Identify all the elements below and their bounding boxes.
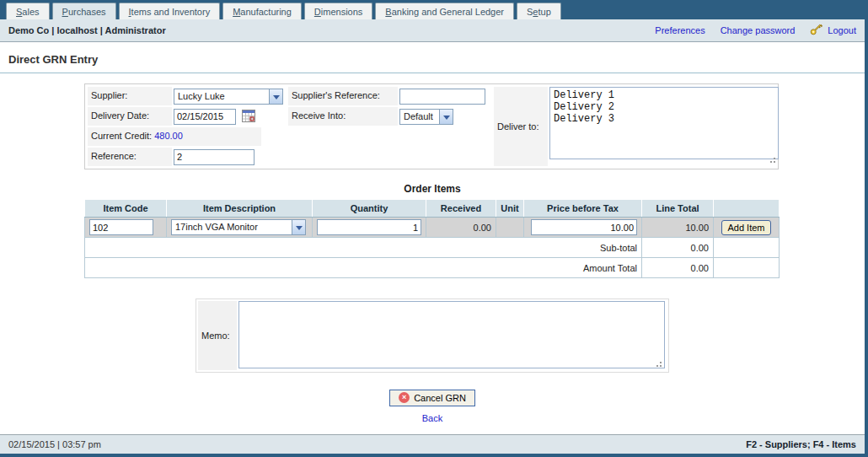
receive-into-label: Receive Into: <box>288 107 398 126</box>
table-header-row: Item Code Item Description Quantity Rece… <box>85 200 780 218</box>
reference-input[interactable] <box>174 149 255 165</box>
subtotal-value: 0.00 <box>642 238 714 258</box>
delivery-date-input[interactable] <box>174 109 236 125</box>
tab-items-and-inventory[interactable]: Items and Inventory <box>119 3 221 19</box>
amount-total-value: 0.00 <box>642 258 714 278</box>
unit-value <box>496 218 524 238</box>
preferences-link[interactable]: Preferences <box>655 25 705 35</box>
item-description-select[interactable]: 17inch VGA Monitor <box>171 219 306 235</box>
status-bar: 02/15/2015 | 03:57 pm F2 - Suppliers; F4… <box>0 434 865 454</box>
quantity-input[interactable] <box>317 219 421 235</box>
title-divider <box>0 73 865 73</box>
line-total-value: 10.00 <box>642 218 714 238</box>
supplier-column: Supplier: Lucky Luke Delivery Date: <box>88 87 283 166</box>
order-items-table: Item Code Item Description Quantity Rece… <box>84 199 780 278</box>
col-unit: Unit <box>496 200 524 218</box>
col-actions <box>714 200 780 218</box>
amount-total-label: Amount Total <box>85 258 642 278</box>
status-hotkeys: F2 - Suppliers; F4 - Items <box>746 439 856 449</box>
subtotal-row: Sub-total 0.00 <box>85 238 780 258</box>
supplier-label: Supplier: <box>88 87 172 105</box>
cancel-icon: × <box>399 392 410 403</box>
supplier-select[interactable]: Lucky Luke <box>174 89 283 105</box>
item-code-input[interactable] <box>89 219 153 235</box>
current-credit-label: Current Credit: <box>91 131 152 141</box>
page-title: Direct GRN Entry <box>8 53 865 66</box>
memo-textarea[interactable] <box>238 301 665 368</box>
chevron-down-icon <box>292 220 305 234</box>
amount-total-row: Amount Total 0.00 <box>85 258 780 278</box>
back-link[interactable]: Back <box>422 413 442 423</box>
suppliers-reference-label: Supplier's Reference: <box>288 87 398 105</box>
cancel-grn-label: Cancel GRN <box>414 393 466 403</box>
subtotal-empty-cell <box>714 238 780 258</box>
subtotal-label: Sub-total <box>85 238 642 258</box>
tab-purchases[interactable]: Purchases <box>52 3 116 19</box>
app-window: SalesPurchasesItems and InventoryManufac… <box>0 0 865 454</box>
col-received: Received <box>426 200 496 218</box>
tab-dimensions[interactable]: Dimensions <box>304 3 372 19</box>
chevron-down-icon <box>439 110 453 124</box>
main-menu-tabs: SalesPurchasesItems and InventoryManufac… <box>0 0 865 19</box>
col-quantity: Quantity <box>313 200 426 218</box>
received-value: 0.00 <box>426 218 496 238</box>
grn-header-form: Supplier: Lucky Luke Delivery Date: <box>84 83 779 169</box>
deliver-to-label: Deliver to: <box>494 87 548 166</box>
calendar-icon[interactable] <box>242 110 255 124</box>
col-item-code: Item Code <box>85 200 167 218</box>
chevron-down-icon <box>269 89 282 104</box>
logout-link[interactable]: Logout <box>828 25 856 35</box>
item-entry-row: 17inch VGA Monitor 0.00 10.00 Add Item <box>85 218 780 238</box>
tab-manufacturing[interactable]: Manufacturing <box>222 3 302 19</box>
col-price-before-tax: Price before Tax <box>524 200 642 218</box>
change-password-link[interactable]: Change password <box>721 25 796 35</box>
key-icon <box>810 24 823 37</box>
col-item-description: Item Description <box>167 200 313 218</box>
tab-sales[interactable]: Sales <box>6 3 50 19</box>
memo-section: Memo: <box>196 298 669 373</box>
col-line-total: Line Total <box>642 200 714 218</box>
current-credit-row: Current Credit: 480.00 <box>88 127 261 146</box>
amount-total-empty-cell <box>714 258 780 278</box>
top-info-bar: Demo Co | localhost | Administrator Pref… <box>0 19 865 42</box>
cancel-grn-button[interactable]: × Cancel GRN <box>389 390 475 406</box>
price-before-tax-input[interactable] <box>531 219 637 235</box>
add-item-button[interactable]: Add Item <box>721 220 770 235</box>
suppliers-reference-input[interactable] <box>399 89 485 105</box>
order-items-title: Order Items <box>0 183 865 195</box>
reference-column: Supplier's Reference: Receive Into: Defa… <box>288 87 485 166</box>
deliver-to-textarea[interactable]: Delivery 1 Delivery 2 Delivery 3 <box>549 87 779 159</box>
status-datetime: 02/15/2015 | 03:57 pm <box>8 439 101 449</box>
company-info: Demo Co | localhost | Administrator <box>8 25 166 35</box>
current-credit-value: 480.00 <box>154 131 183 141</box>
tab-banking-and-general-ledger[interactable]: Banking and General Ledger <box>375 3 514 19</box>
receive-into-select[interactable]: Default <box>399 109 453 125</box>
delivery-date-label: Delivery Date: <box>88 107 172 126</box>
form-actions: × Cancel GRN Back <box>0 390 865 423</box>
memo-label: Memo: <box>198 301 237 370</box>
tab-setup[interactable]: Setup <box>517 3 561 19</box>
deliver-to-section: Deliver to: Delivery 1 Delivery 2 Delive… <box>494 87 779 166</box>
reference-label: Reference: <box>88 148 172 166</box>
